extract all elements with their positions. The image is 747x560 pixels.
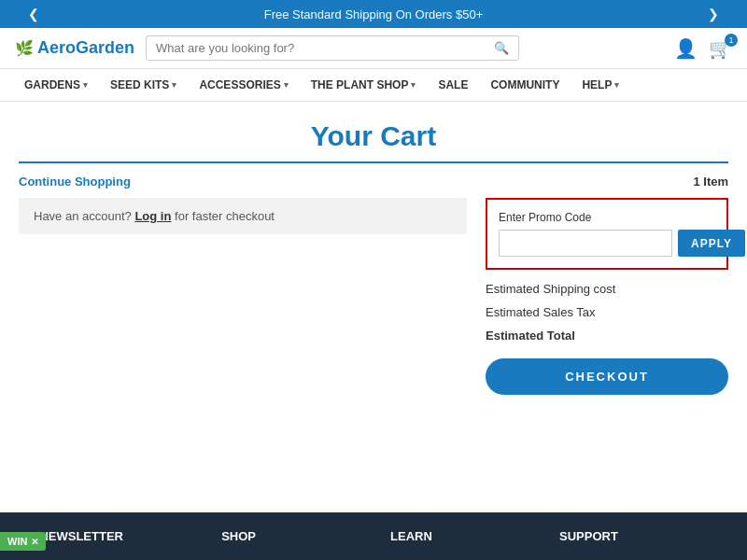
item-count: 1 Item xyxy=(693,175,728,189)
nav-item-community[interactable]: COMMUNITY xyxy=(481,69,569,101)
learn-label: LEARN xyxy=(390,529,432,543)
shipping-label: Estimated Shipping cost xyxy=(486,282,615,296)
main-nav: GARDENS ▾ SEED KITS ▾ ACCESSORIES ▾ THE … xyxy=(0,69,747,102)
account-banner: Have an account? Log in for faster check… xyxy=(19,198,467,234)
checkout-button[interactable]: CHECKOUT xyxy=(486,358,728,395)
nav-item-help[interactable]: HELP ▾ xyxy=(572,69,628,101)
total-row: Estimated Total xyxy=(486,324,728,347)
win-close-icon[interactable]: ✕ xyxy=(31,537,38,547)
promo-code-box: Enter Promo Code APPLY xyxy=(486,198,728,270)
win-label: WIN xyxy=(7,536,27,547)
cart-left-panel: Have an account? Log in for faster check… xyxy=(19,198,467,395)
chevron-down-icon: ▾ xyxy=(614,80,619,90)
nav-item-gardens[interactable]: GARDENS ▾ xyxy=(15,69,97,101)
top-banner: ❮ Free Standard Shipping On Orders $50+ … xyxy=(0,0,747,28)
chevron-down-icon: ▾ xyxy=(284,80,289,90)
win-badge[interactable]: WIN ✕ xyxy=(0,532,46,551)
banner-next-arrow[interactable]: ❯ xyxy=(708,7,719,21)
header: 🌿 AeroGarden 🔍 👤 🛒 1 xyxy=(0,28,747,69)
cart-content: Have an account? Log in for faster check… xyxy=(19,198,728,395)
footer-learn-col: LEARN xyxy=(390,529,559,543)
logo-leaf-icon: 🌿 xyxy=(15,39,34,57)
title-divider xyxy=(19,161,728,163)
chevron-down-icon: ▾ xyxy=(411,80,416,90)
footer-shop-col: SHOP xyxy=(221,529,390,543)
banner-prev-arrow[interactable]: ❮ xyxy=(28,7,39,21)
promo-code-input[interactable] xyxy=(499,230,672,257)
shipping-cost-row: Estimated Shipping cost xyxy=(486,277,728,301)
search-icon: 🔍 xyxy=(494,41,509,55)
cart-count-badge: 1 xyxy=(725,34,738,47)
page-title: Your Cart xyxy=(19,102,728,161)
cart-right-panel: Enter Promo Code APPLY Estimated Shippin… xyxy=(486,198,728,395)
login-link[interactable]: Log in xyxy=(134,209,171,223)
search-input[interactable] xyxy=(156,41,494,55)
nav-item-plant-shop[interactable]: THE PLANT SHOP ▾ xyxy=(302,69,426,101)
total-label: Estimated Total xyxy=(486,329,575,343)
main-content: Your Cart Continue Shopping 1 Item Have … xyxy=(0,102,747,395)
tax-label: Estimated Sales Tax xyxy=(486,305,596,319)
banner-text: Free Standard Shipping On Orders $50+ xyxy=(39,7,708,21)
footer-newsletter-col: UR NEWSLETTER xyxy=(19,529,221,543)
chevron-down-icon: ▾ xyxy=(83,80,88,90)
footer: UR NEWSLETTER SHOP LEARN SUPPORT WIN ✕ xyxy=(0,512,747,560)
nav-item-sale[interactable]: SALE xyxy=(429,69,477,101)
footer-support-col: SUPPORT xyxy=(559,529,728,543)
sales-tax-row: Estimated Sales Tax xyxy=(486,301,728,324)
cart-meta: Continue Shopping 1 Item xyxy=(19,175,728,189)
apply-promo-button[interactable]: APPLY xyxy=(678,230,745,257)
logo[interactable]: 🌿 AeroGarden xyxy=(15,38,134,58)
nav-item-accessories[interactable]: ACCESSORIES ▾ xyxy=(190,69,297,101)
cart-icon[interactable]: 🛒 1 xyxy=(709,37,732,60)
promo-row: APPLY xyxy=(499,230,715,257)
promo-label: Enter Promo Code xyxy=(499,211,715,224)
logo-text: AeroGarden xyxy=(37,38,134,58)
header-icons: 👤 🛒 1 xyxy=(674,37,732,60)
nav-item-seed-kits[interactable]: SEED KITS ▾ xyxy=(101,69,186,101)
account-message-before: Have an account? xyxy=(34,209,132,223)
continue-shopping-link[interactable]: Continue Shopping xyxy=(19,175,131,189)
account-icon[interactable]: 👤 xyxy=(674,37,698,60)
chevron-down-icon: ▾ xyxy=(172,80,176,90)
search-bar: 🔍 xyxy=(146,35,519,61)
account-message-after: for faster checkout xyxy=(175,209,275,223)
shop-label: SHOP xyxy=(221,529,256,543)
support-label: SUPPORT xyxy=(559,529,618,543)
